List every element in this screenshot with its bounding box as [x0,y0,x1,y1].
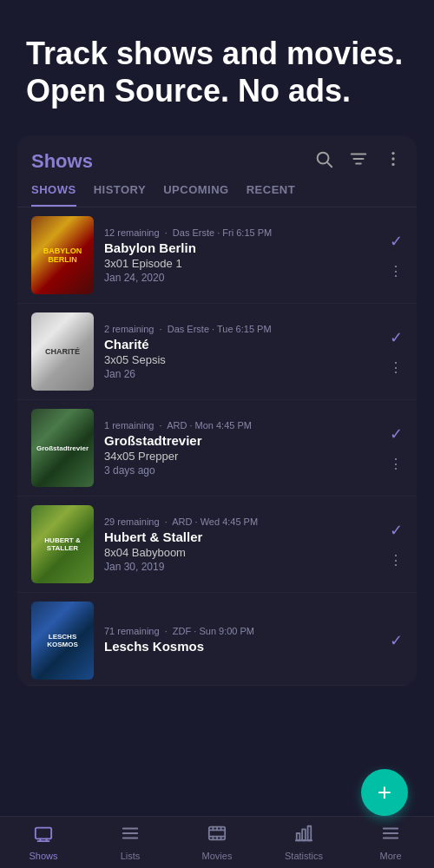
tab-shows[interactable]: SHOWS [31,183,76,207]
check-icon[interactable]: ✓ [390,328,403,347]
add-fab-button[interactable]: + [361,769,408,816]
item-overflow-icon[interactable]: ⋮ [389,456,403,472]
tab-history[interactable]: HISTORY [94,183,147,207]
bottom-nav: Shows Lists Movies [0,816,434,868]
card-title: Shows [31,150,93,173]
nav-item-statistics[interactable]: Statistics [260,824,347,861]
poster-image: BABYLONBERLIN [31,216,94,294]
svg-rect-26 [308,826,312,841]
show-poster: CHARITÉ [31,312,94,391]
app-card: Shows [17,135,417,686]
show-poster: BABYLONBERLIN [31,216,94,294]
svg-rect-24 [297,833,300,840]
show-item[interactable]: LESCHS KOSMOS 71 remaining · ZDF · Sun 9… [17,593,417,686]
card-header: Shows [17,135,417,173]
search-icon[interactable] [314,149,333,173]
nav-item-lists[interactable]: Lists [87,824,174,861]
show-item[interactable]: BABYLONBERLIN 12 remaining · Das Erste ·… [17,207,417,304]
show-info: 71 remaining · ZDF · Sun 9:00 PM Leschs … [104,626,383,655]
check-icon[interactable]: ✓ [390,631,403,650]
show-poster: HUBERT & STALLER [31,505,94,583]
show-meta: 12 remaining · Das Erste · Fri 6:15 PM [104,227,382,238]
poster-image: CHARITÉ [31,312,94,391]
show-meta: 1 remaining · ARD · Mon 4:45 PM [104,420,382,431]
show-info: 2 remaining · Das Erste · Tue 6:15 PM Ch… [104,324,382,380]
shows-nav-icon [34,824,53,848]
tab-bar: SHOWS HISTORY UPCOMING RECENT [17,173,417,207]
item-overflow-icon[interactable]: ⋮ [389,359,403,376]
show-date: Jan 26 [104,368,382,380]
svg-rect-25 [302,829,306,840]
show-episode: 34x05 Prepper [104,450,382,463]
svg-point-5 [391,152,394,155]
show-meta: 2 remaining · Das Erste · Tue 6:15 PM [104,324,382,334]
check-icon[interactable]: ✓ [390,232,403,251]
show-info: 1 remaining · ARD · Mon 4:45 PM Großstad… [104,420,382,477]
lists-nav-icon [121,824,140,848]
show-item[interactable]: HUBERT & STALLER 29 remaining · ARD · We… [17,496,417,593]
nav-label-shows: Shows [29,851,57,861]
hero-title: Track shows and movies. Open Source. No … [26,35,408,109]
movies-nav-icon [207,824,227,848]
header-icons [314,149,403,173]
item-overflow-icon[interactable]: ⋮ [389,552,403,569]
show-name: Leschs Kosmos [104,639,383,654]
more-nav-icon [381,824,400,848]
add-icon: + [378,779,391,806]
filter-icon[interactable] [349,149,368,173]
statistics-nav-icon [294,824,313,848]
check-icon[interactable]: ✓ [390,521,403,540]
show-episode: 8x04 Babyboom [104,546,382,559]
show-episode: 3x05 Sepsis [104,353,382,366]
show-actions: ✓ ⋮ [389,521,403,569]
nav-label-movies: Movies [202,851,233,861]
show-list: BABYLONBERLIN 12 remaining · Das Erste ·… [17,207,417,686]
nav-item-shows[interactable]: Shows [0,824,87,861]
show-actions: ✓ ⋮ [389,232,403,279]
show-actions: ✓ ⋮ [389,328,403,376]
item-overflow-icon[interactable]: ⋮ [389,263,403,279]
nav-label-more: More [379,851,401,861]
poster-image: HUBERT & STALLER [31,505,94,583]
show-name: Charité [104,337,382,352]
show-info: 12 remaining · Das Erste · Fri 6:15 PM B… [104,227,382,284]
show-date: 3 days ago [104,464,382,477]
nav-label-statistics: Statistics [285,851,323,861]
nav-label-lists: Lists [121,851,141,861]
show-name: Großstadtrevier [104,433,382,448]
show-actions: ✓ ⋮ [389,424,403,472]
nav-item-movies[interactable]: Movies [174,824,260,861]
show-poster: LESCHS KOSMOS [31,602,94,680]
overflow-menu-icon[interactable] [384,149,403,173]
show-actions: ✓ [390,631,403,650]
poster-image: LESCHS KOSMOS [31,602,94,680]
check-icon[interactable]: ✓ [390,424,403,444]
show-meta: 71 remaining · ZDF · Sun 9:00 PM [104,626,383,636]
svg-line-1 [327,163,332,168]
tab-upcoming[interactable]: UPCOMING [163,183,229,207]
poster-image: Großstadt­revier [31,409,94,487]
show-item[interactable]: CHARITÉ 2 remaining · Das Erste · Tue 6:… [17,304,417,400]
show-poster: Großstadt­revier [31,409,94,487]
tab-recent[interactable]: RECENT [247,183,295,207]
svg-point-6 [391,158,394,161]
show-name: Hubert & Staller [104,529,382,544]
hero-section: Track shows and movies. Open Source. No … [0,0,434,135]
nav-item-more[interactable]: More [347,824,434,861]
show-episode: 3x01 Episode 1 [104,257,382,270]
svg-point-7 [391,163,394,166]
show-item[interactable]: Großstadt­revier 1 remaining · ARD · Mon… [17,400,417,496]
show-meta: 29 remaining · ARD · Wed 4:45 PM [104,516,382,527]
show-info: 29 remaining · ARD · Wed 4:45 PM Hubert … [104,516,382,573]
show-date: Jan 24, 2020 [104,272,382,284]
show-name: Babylon Berlin [104,240,382,255]
svg-rect-8 [36,828,51,839]
show-date: Jan 30, 2019 [104,561,382,573]
